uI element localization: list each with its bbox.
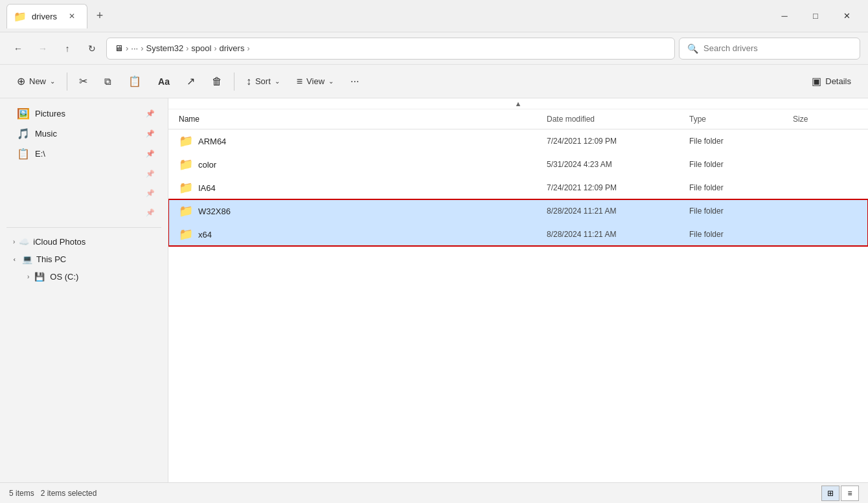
column-header-size[interactable]: Size [793,113,858,125]
search-input[interactable] [703,43,852,53]
sort-up-indicator: ▲ [515,100,522,107]
sidebar-item-music[interactable]: 🎵 Music 📌 [4,124,164,143]
sort-chevron-icon: ⌄ [275,78,280,85]
view-toggle-list[interactable]: ≡ [841,486,859,501]
cut-button[interactable]: ✂ [71,70,95,93]
sidebar-item-edrive-label: E:\ [35,149,45,159]
up-button[interactable]: ↑ [57,38,78,59]
file-row-arm64[interactable]: 📁 ARM64 7/24/2021 12:09 PM File folder [168,129,868,153]
sidebar-item-empty-3[interactable]: 📌 [4,203,164,221]
folder-icon-w32x86: 📁 [179,204,193,218]
toolbar: ⊕ New ⌄ ✂ ⧉ 📋 Aa ↗ 🗑 ↕ Sort ⌄ ≡ View ⌄ ·… [0,65,868,98]
new-label: New [29,76,46,86]
breadcrumb-sep-3: › [214,44,216,53]
toolbar-divider-1 [67,73,67,91]
close-button[interactable]: ✕ [832,5,862,28]
file-date-w32x86: 8/28/2024 11:21 AM [547,207,689,216]
copy-button[interactable]: ⧉ [97,70,119,93]
sidebar-item-empty-2[interactable]: 📌 [4,184,164,202]
sort-label: Sort [255,76,271,86]
column-header-date[interactable]: Date modified [547,113,689,125]
sidebar-icloud-label: iCloud Photos [33,237,86,247]
view-label: View [306,76,325,86]
file-name-cell-arm64: 📁 ARM64 [179,134,547,148]
breadcrumb-bar[interactable]: 🖥 › ··· › System32 › spool › drivers › [106,38,675,60]
music-icon: 🎵 [17,128,30,140]
copy-icon: ⧉ [104,76,111,87]
file-row-color[interactable]: 📁 color 5/31/2024 4:23 AM File folder [168,153,868,176]
sort-button[interactable]: ↕ Sort ⌄ [238,70,288,93]
monitor-icon: 🖥 [115,43,123,53]
file-row-ia64[interactable]: 📁 IA64 7/24/2021 12:09 PM File folder [168,176,868,199]
expand-arrow-this-pc: ⌄ [12,257,19,262]
file-date-color: 5/31/2024 4:23 AM [547,160,689,169]
breadcrumb-more: ··· [131,43,138,53]
file-date-arm64: 7/24/2021 12:09 PM [547,137,689,146]
refresh-button[interactable]: ↻ [82,38,102,59]
sidebar-item-edrive[interactable]: 📋 E:\ 📌 [4,144,164,163]
sidebar-item-this-pc[interactable]: ⌄ 💻 This PC [4,251,164,267]
share-button[interactable]: ↗ [179,70,203,93]
file-type-color: File folder [689,160,793,169]
icloud-icon: ☁️ [19,237,29,247]
sidebar-this-pc-label: This PC [36,254,66,264]
tab-close-button[interactable]: ✕ [66,10,78,22]
file-area: ▲ Name Date modified Type Size 📁 ARM64 7… [168,98,868,482]
os-icon: 💾 [34,272,45,282]
new-tab-button[interactable]: + [90,6,109,26]
status-bar: 5 items 2 items selected ⊞ ≡ [0,482,868,503]
view-button[interactable]: ≡ View ⌄ [289,70,341,93]
minimize-button[interactable]: ─ [770,5,799,28]
toolbar-right: ▣ Details [804,70,859,93]
title-bar: 📁 drivers ✕ + ─ □ ✕ [0,0,868,32]
tab-drivers[interactable]: 📁 drivers ✕ [6,4,87,28]
navigation-bar: ← → ↑ ↻ 🖥 › ··· › System32 › spool › dri… [0,32,868,65]
sidebar-item-empty-1[interactable]: 📌 [4,164,164,183]
file-date-ia64: 7/24/2021 12:09 PM [547,183,689,192]
pin-icon-empty-3: 📌 [146,208,155,217]
sidebar-item-icloud-photos[interactable]: › ☁️ iCloud Photos [4,234,164,250]
folder-icon-color: 📁 [179,157,193,172]
search-bar[interactable]: 🔍 [679,38,860,60]
item-count: 5 items [9,489,34,498]
column-header-name[interactable]: Name [179,113,547,125]
rename-button[interactable]: Aa [150,70,177,93]
sidebar-os-label: OS (C:) [50,272,78,282]
view-toggle-grid[interactable]: ⊞ [821,486,839,501]
breadcrumb-sep-4: › [247,44,249,53]
folder-icon-x64: 📁 [179,227,193,241]
column-header-type[interactable]: Type [689,113,793,125]
view-toggle-area: ⊞ ≡ [821,486,859,501]
tab-folder-icon: 📁 [14,10,27,23]
pin-icon-edrive: 📌 [146,150,155,158]
file-name-arm64: ARM64 [198,137,226,146]
refresh-icon: ↻ [88,43,96,54]
sidebar-item-pictures[interactable]: 🖼️ Pictures 📌 [4,104,164,123]
new-icon: ⊕ [17,75,25,87]
file-row-x64[interactable]: 📁 x64 8/28/2024 11:21 AM File folder [168,223,868,246]
up-icon: ↑ [65,43,70,54]
file-type-x64: File folder [689,230,793,239]
main-area: 🖼️ Pictures 📌 🎵 Music 📌 📋 E:\ 📌 📌 📌 📌 › [0,98,868,482]
delete-button[interactable]: 🗑 [204,70,230,93]
pictures-icon: 🖼️ [17,107,30,120]
details-button[interactable]: ▣ Details [804,70,859,93]
file-type-ia64: File folder [689,183,793,192]
forward-button[interactable]: → [32,38,53,59]
sidebar-item-os-c[interactable]: › 💾 OS (C:) [4,269,164,285]
delete-icon: 🗑 [212,76,222,87]
maximize-button[interactable]: □ [801,5,830,28]
file-name-color: color [198,160,216,170]
paste-button[interactable]: 📋 [120,70,149,93]
this-pc-icon: 💻 [22,254,32,264]
breadcrumb-drivers: drivers [219,43,244,53]
back-button[interactable]: ← [8,38,29,59]
sidebar-divider [6,227,161,228]
expand-arrow-icloud: › [13,238,15,245]
pin-icon-empty-1: 📌 [146,170,155,178]
file-name-cell-ia64: 📁 IA64 [179,181,547,195]
more-options-button[interactable]: ··· [343,70,367,93]
file-row-w32x86[interactable]: 📁 W32X86 8/28/2024 11:21 AM File folder [168,199,868,223]
details-label: Details [825,76,851,86]
new-button[interactable]: ⊕ New ⌄ [9,70,63,93]
